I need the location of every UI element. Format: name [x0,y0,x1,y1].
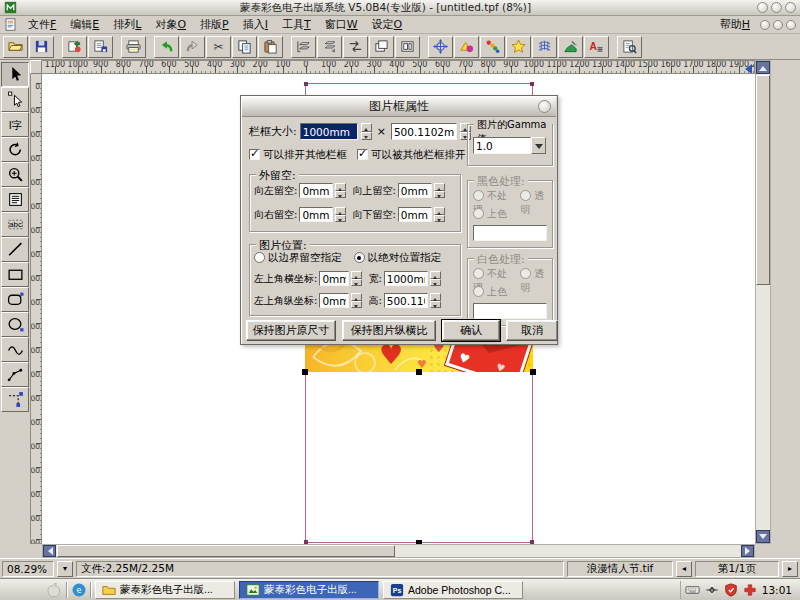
fill-button[interactable] [558,36,583,58]
paste-button[interactable] [258,36,283,58]
mdi-restore-button[interactable] [773,20,783,30]
margin-left-field[interactable] [299,183,333,198]
save-button[interactable] [29,36,54,58]
horizontal-scroll-thumb[interactable] [57,545,395,557]
ellipse-tool-button[interactable] [1,312,29,337]
start-apple-icon[interactable] [44,581,62,599]
menu-settings[interactable]: 设定O [365,16,410,33]
cut-button[interactable] [206,36,231,58]
line-tool-button[interactable] [1,237,29,262]
open-button[interactable] [3,36,28,58]
export-page-button[interactable] [88,36,113,58]
minimize-button[interactable] [757,2,768,13]
pos-y-field[interactable] [319,293,349,308]
mdi-close-button[interactable] [786,20,796,30]
menu-window[interactable]: 窗口W [318,16,365,33]
combine-button[interactable] [395,36,420,58]
shapes-button[interactable] [454,36,479,58]
duplicate-button[interactable] [369,36,394,58]
frame-height-field[interactable] [391,123,457,140]
text-format-button[interactable] [584,36,609,58]
margin-bottom-field[interactable] [398,207,432,222]
taskbar-button-photoshop[interactable]: Adobe Photoshop C... [383,581,523,599]
swap-order-button[interactable] [343,36,368,58]
menu-tools[interactable]: 工具T [275,16,318,33]
print-button[interactable] [121,36,146,58]
pos-x-spinner[interactable] [351,271,362,286]
rotate-tool-button[interactable] [1,137,29,162]
rectangle-tool-button[interactable] [1,262,29,287]
undo-button[interactable] [154,36,179,58]
menu-help[interactable]: 帮助H [713,16,757,33]
pos-width-spinner[interactable] [430,271,441,286]
curve-tool-button[interactable] [1,337,29,362]
pos-height-spinner[interactable] [430,293,441,308]
position-button[interactable] [428,36,453,58]
redo-button[interactable] [180,36,205,58]
polyline-tool-button[interactable] [1,362,29,387]
zoom-options-button[interactable]: ▾ [57,561,73,577]
taskbar-button-folder[interactable]: 蒙泰彩色电子出版... [95,581,235,599]
cancel-button[interactable]: 取消 [506,320,558,341]
menu-insert[interactable]: 插入I [236,16,275,33]
bring-forward-button[interactable] [291,36,316,58]
ok-button[interactable]: 确认 [442,320,500,341]
prev-image-button[interactable]: ◂ [676,561,692,577]
quick-launch-icon[interactable]: e [71,582,86,597]
import-image-button[interactable] [62,36,87,58]
frame-width-spinner[interactable] [361,123,372,140]
pos-height-field[interactable] [384,293,428,308]
by-absolute-radio[interactable]: 以绝对位置指定 [354,251,442,265]
keep-aspect-ratio-button[interactable]: 保持图片纵横比 [342,320,436,341]
menu-edit[interactable]: 编辑E [63,16,106,33]
text-tool-button[interactable] [1,112,29,137]
margin-right-spinner[interactable] [335,207,346,222]
copy-button[interactable] [232,36,257,58]
direct-select-tool-button[interactable] [1,87,29,112]
menu-arrange[interactable]: 排列L [106,16,148,33]
text-block-tool-button[interactable] [1,187,29,212]
push-others-checkbox[interactable]: 可以排开其他栏框 [249,148,347,162]
zoom-level-box[interactable]: 08.29% [2,561,54,577]
frame-width-field[interactable]: 1000mm [300,123,358,140]
pos-x-field[interactable] [319,271,349,286]
color-spray-button[interactable] [480,36,505,58]
selection-handle[interactable] [416,369,422,375]
abc-tool-button[interactable] [1,212,29,237]
menu-layout[interactable]: 排版P [193,16,236,33]
mesh-button[interactable] [532,36,557,58]
taskbar-button-montage[interactable]: 蒙泰彩色电子出版... [239,581,379,599]
scroll-right-button[interactable] [741,545,754,557]
send-backward-button[interactable] [317,36,342,58]
menu-file[interactable]: 文件F [21,16,63,33]
pushed-by-others-checkbox[interactable]: 可以被其他栏框排开 [357,148,466,162]
margin-left-spinner[interactable] [335,183,346,198]
gamma-value-field[interactable] [473,137,531,154]
pos-y-spinner[interactable] [351,293,362,308]
vertical-scrollbar[interactable] [755,60,771,544]
health-cross-icon[interactable] [743,583,757,597]
vertical-scroll-thumb[interactable] [756,75,770,285]
selection-handle[interactable] [530,369,536,375]
star-button[interactable] [506,36,531,58]
vertical-ruler[interactable]: 0100200300400500600700800900100011001200… [30,74,42,544]
menu-object[interactable]: 对象O [148,16,193,33]
next-page-button[interactable]: ▸ [782,561,798,577]
network-tray-icon[interactable] [705,583,719,597]
zoom-tool-button[interactable] [1,162,29,187]
margin-top-spinner[interactable] [434,183,445,198]
dialog-close-button[interactable] [538,100,551,113]
close-button[interactable] [785,2,796,13]
dialog-titlebar[interactable]: 图片框属性 [242,97,556,117]
margin-right-field[interactable] [299,207,333,222]
horizontal-ruler[interactable]: 1100100090080070060050040030020010001002… [42,60,755,74]
scroll-left-button[interactable] [43,545,56,557]
ruler-origin-box[interactable] [30,60,42,74]
scroll-down-button[interactable] [756,530,770,543]
mdi-minimize-button[interactable] [760,20,770,30]
margin-top-field[interactable] [398,183,432,198]
gamma-dropdown-button[interactable] [531,137,546,154]
selection-handle[interactable] [302,369,308,375]
path-tool-button[interactable] [1,387,29,412]
pos-width-field[interactable] [384,271,428,286]
